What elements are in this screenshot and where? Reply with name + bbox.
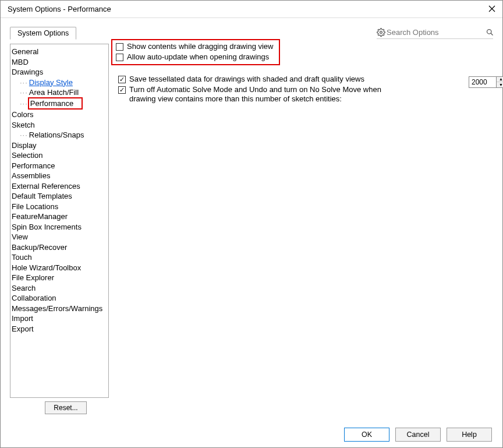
label-no-solve-move: Turn off Automatic Solve Mode and Undo a… <box>129 85 397 104</box>
svg-point-0 <box>380 31 382 33</box>
tree-view[interactable]: View <box>12 232 105 242</box>
tree-area-hatch[interactable]: ···Area Hatch/Fill <box>12 87 105 98</box>
tree-selection[interactable]: Selection <box>12 150 105 161</box>
sketch-entities-spinner: ▲ ▼ <box>469 76 503 88</box>
tree-drawings-performance[interactable]: ···Performance <box>12 98 105 110</box>
checkbox-show-contents[interactable] <box>116 43 123 51</box>
tree-spinbox-increments[interactable]: Spin Box Increments <box>12 222 105 232</box>
tree-mbd[interactable]: MBD <box>12 57 105 68</box>
tree-backup-recover[interactable]: Backup/Recover <box>12 242 105 253</box>
tree-general[interactable]: General <box>12 47 105 57</box>
spinner-up-icon[interactable]: ▲ <box>497 77 503 82</box>
tree-external-references[interactable]: External References <box>12 181 105 192</box>
highlighted-options-group: Show contents while dragging drawing vie… <box>111 39 280 65</box>
tree-performance[interactable]: Performance <box>12 161 105 171</box>
help-button[interactable]: Help <box>447 428 492 442</box>
tree-touch[interactable]: Touch <box>12 252 105 263</box>
tree-import[interactable]: Import <box>12 313 105 324</box>
titlebar: System Options - Performance <box>1 1 502 18</box>
checkbox-no-solve-move[interactable] <box>118 86 126 94</box>
spinner-down-icon[interactable]: ▼ <box>497 82 503 87</box>
tree-display[interactable]: Display <box>12 140 105 151</box>
search-input[interactable] <box>385 27 486 37</box>
option-show-contents: Show contents while dragging drawing vie… <box>116 41 275 52</box>
gear-icon[interactable] <box>377 27 385 37</box>
window-title: System Options - Performance <box>5 5 111 13</box>
tree-featuremanager[interactable]: FeatureManager <box>12 211 105 222</box>
checkbox-save-tessellated[interactable] <box>118 76 126 83</box>
reset-button[interactable]: Reset... <box>45 401 87 414</box>
spinner-input[interactable] <box>469 76 497 88</box>
close-icon[interactable] <box>486 5 498 14</box>
tree-collaboration[interactable]: Collaboration <box>12 293 105 304</box>
tree-relations-snaps[interactable]: ···Relations/Snaps <box>12 130 105 140</box>
tree-assemblies[interactable]: Assemblies <box>12 171 105 181</box>
search-icon[interactable] <box>486 27 494 37</box>
ok-button[interactable]: OK <box>344 428 389 442</box>
option-no-solve-move: Turn off Automatic Solve Mode and Undo a… <box>118 84 485 104</box>
tree-sketch[interactable]: Sketch <box>12 120 105 130</box>
label-auto-update: Allow auto-update when opening drawings <box>127 52 269 62</box>
svg-line-2 <box>491 33 493 35</box>
option-allow-auto-update: Allow auto-update when opening drawings <box>116 52 275 62</box>
cancel-button[interactable]: Cancel <box>395 428 441 442</box>
label-save-tessellated: Save tessellated data for drawings with … <box>129 75 364 84</box>
tree-display-style[interactable]: ···Display Style <box>12 77 105 88</box>
category-tree: General MBD Drawings ···Display Style ··… <box>10 44 109 398</box>
svg-point-1 <box>487 29 492 34</box>
topbar: System Options <box>1 18 502 39</box>
tab-system-options[interactable]: System Options <box>10 27 76 40</box>
tree-hole-wizard[interactable]: Hole Wizard/Toolbox <box>12 263 105 273</box>
tree-colors[interactable]: Colors <box>12 110 105 120</box>
dialog-body: General MBD Drawings ···Display Style ··… <box>1 39 502 422</box>
tree-default-templates[interactable]: Default Templates <box>12 191 105 202</box>
tree-drawings[interactable]: Drawings <box>12 67 105 77</box>
system-options-dialog: System Options - Performance System Opti… <box>0 0 503 448</box>
search-options-wrap <box>377 27 493 39</box>
tree-file-locations[interactable]: File Locations <box>12 202 105 212</box>
option-save-tessellated: Save tessellated data for drawings with … <box>118 74 485 84</box>
tree-messages[interactable]: Messages/Errors/Warnings <box>12 304 105 314</box>
label-show-contents: Show contents while dragging drawing vie… <box>127 42 273 51</box>
checkbox-auto-update[interactable] <box>116 54 123 61</box>
tree-file-explorer[interactable]: File Explorer <box>12 273 105 283</box>
dialog-footer: OK Cancel Help <box>1 422 502 447</box>
options-panel: Show contents while dragging drawing vie… <box>109 39 493 417</box>
tree-search[interactable]: Search <box>12 283 105 294</box>
tree-export[interactable]: Export <box>12 324 105 334</box>
